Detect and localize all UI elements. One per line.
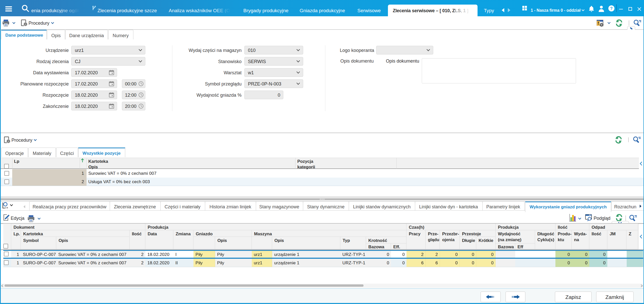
svg-text:?: ? (610, 6, 613, 11)
svg-text:!: ! (598, 21, 599, 26)
